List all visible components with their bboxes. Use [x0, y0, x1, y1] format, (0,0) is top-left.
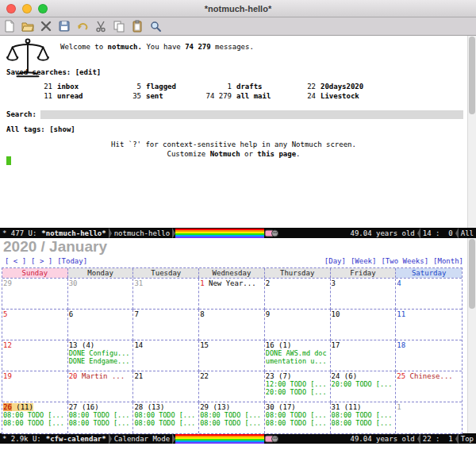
saved-search-inbox[interactable]: inbox [52, 82, 95, 91]
calendar-entry[interactable]: DONE AWS.md doc [266, 350, 329, 358]
calendar-entry[interactable]: 08:00 TODO [... [134, 420, 198, 428]
calendar-day-12[interactable]: 12 [2, 340, 68, 371]
open-folder-icon[interactable] [21, 19, 35, 33]
scrollbar-thumb-bottom[interactable] [469, 239, 475, 309]
minimize-window-button[interactable] [22, 4, 32, 13]
prev-month-button[interactable]: [ < ] [5, 257, 26, 266]
calendar-day-4[interactable]: 4 [396, 279, 462, 310]
calendar-grid: 2930311 New Year...2345678910111213 (4)D… [2, 279, 462, 433]
saved-search-sent[interactable]: sent [141, 91, 182, 101]
modeline-buffer-name[interactable]: *notmuch-hello* [39, 229, 108, 237]
day-item-count: (11) [340, 403, 361, 411]
calendar-entry[interactable]: 20:00 TODO [... [266, 389, 329, 397]
zoom-window-button[interactable] [38, 4, 48, 13]
calendar-entry[interactable]: umentation u... [266, 358, 329, 366]
calendar-day-23[interactable]: 23 (7)12:00 TODO [...20:00 TODO [... [265, 371, 331, 402]
view-month-button[interactable]: [Month] [433, 257, 463, 266]
calendar-day-15[interactable]: 15 [199, 340, 265, 371]
cut-icon[interactable] [94, 19, 108, 33]
calendar-day-20[interactable]: 20 Martin ... [68, 371, 134, 402]
calendar-entry[interactable]: 12:00 TODO [... [266, 381, 329, 389]
day-number: 27 [69, 403, 78, 411]
scrollbar-thumb-top[interactable] [469, 37, 475, 114]
calendar-day-22[interactable]: 22 [199, 371, 265, 402]
calendar-day-28[interactable]: 28 (13)08:00 TODO [...08:00 TODO [... [133, 402, 199, 433]
calendar-day-7[interactable]: 7 [133, 310, 199, 340]
view-two-weeks-button[interactable]: [Two Weeks] [381, 257, 428, 266]
modeline-buffer-name[interactable]: *cfw-calendar* [44, 435, 109, 443]
view-week-button[interactable]: [Week] [351, 257, 377, 266]
calendar-day-1[interactable]: 1 [396, 402, 462, 433]
calendar-day-26[interactable]: 26 (11)08:00 TODO [...08:00 TODO [... [2, 402, 68, 433]
calendar-day-3[interactable]: 3 [331, 279, 397, 310]
customize-page-link[interactable]: this page [257, 150, 296, 158]
save-icon[interactable] [57, 19, 71, 33]
calendar-entry[interactable]: 08:00 TODO [... [266, 412, 329, 420]
welcome-mid: You have [142, 43, 185, 51]
calendar-day-17[interactable]: 17 [331, 340, 397, 371]
calendar-toolbar: [ < ] [ > ] [Today] [Day] [Week] [Two We… [5, 257, 463, 266]
calendar-day-29[interactable]: 29 [2, 279, 68, 310]
calendar-entry[interactable]: 08:00 TODO [... [266, 420, 329, 428]
calendar-entry[interactable]: 08:00 TODO [... [332, 420, 395, 428]
saved-search-Livestock[interactable]: Livestock [316, 91, 460, 101]
next-month-button[interactable]: [ > ] [31, 257, 52, 266]
calendar-day-21[interactable]: 21 [133, 371, 199, 402]
calendar-day-13[interactable]: 13 (4)DONE Configu...DONE Endgame... [68, 340, 134, 371]
calendar-entry[interactable]: DONE Endgame... [69, 358, 132, 366]
new-file-icon[interactable] [2, 19, 17, 33]
show-button[interactable]: [show] [49, 125, 75, 133]
calendar-day-18[interactable]: 18 [396, 340, 462, 371]
calendar-day-11[interactable]: 11 [396, 310, 462, 340]
customize-notmuch-link[interactable]: Notmuch [210, 150, 240, 158]
calendar-entry[interactable]: 08:00 TODO [... [69, 420, 132, 428]
close-window-button[interactable] [6, 4, 16, 13]
view-day-button[interactable]: [Day] [324, 257, 346, 266]
calendar-entry[interactable]: 08:00 TODO [... [3, 412, 67, 420]
paste-icon[interactable] [130, 19, 144, 33]
modeline-major-mode[interactable]: notmuch-hello [112, 229, 172, 237]
calendar-day-8[interactable]: 8 [199, 310, 265, 340]
calendar-day-31[interactable]: 31 (11)08:00 TODO [...08:00 TODO [... [331, 402, 397, 433]
search-input[interactable] [40, 110, 463, 119]
calendar-day-31[interactable]: 31 [133, 279, 199, 310]
calendar-day-6[interactable]: 6 [68, 310, 134, 340]
saved-search-drafts[interactable]: drafts [232, 82, 270, 91]
calendar-day-2[interactable]: 2 [265, 279, 331, 310]
saved-search-flagged[interactable]: flagged [141, 82, 182, 91]
calendar-entry[interactable]: 08:00 TODO [... [3, 420, 67, 428]
edit-button[interactable]: [edit] [75, 68, 102, 76]
customize-text: Customize [167, 150, 209, 158]
calendar-day-16[interactable]: 16 (1)DONE AWS.md documentation u... [265, 340, 331, 371]
calendar-day-5[interactable]: 5 [2, 310, 68, 340]
calendar-entry[interactable]: DONE Configu... [69, 350, 132, 358]
calendar-day-24[interactable]: 24 (6)20:00 TODO [... [331, 371, 397, 402]
calendar-day-1[interactable]: 1 New Year... [199, 279, 265, 310]
echo-area[interactable] [0, 444, 476, 450]
calendar-day-27[interactable]: 27 (16)08:00 TODO [...08:00 TODO [... [68, 402, 134, 433]
calendar-entry[interactable]: 20:00 TODO [... [332, 381, 395, 389]
saved-search-20days2020[interactable]: 20days2020 [316, 82, 460, 91]
undo-icon[interactable] [75, 19, 90, 33]
notmuch-hello-buffer: Welcome to notmuch. You have 74 279 mess… [0, 36, 476, 228]
today-button[interactable]: [Today] [57, 257, 87, 266]
calendar-entry[interactable]: 08:00 TODO [... [200, 420, 263, 428]
saved-search-unread[interactable]: unread [52, 91, 95, 101]
calendar-day-30[interactable]: 30 [68, 279, 134, 310]
calendar-day-14[interactable]: 14 [133, 340, 199, 371]
calendar-day-30[interactable]: 30 (17)08:00 TODO [...08:00 TODO [... [265, 402, 331, 433]
calendar-day-29[interactable]: 29 (13)08:00 TODO [...08:00 TODO [... [199, 402, 265, 433]
calendar-entry[interactable]: 08:00 TODO [... [332, 412, 395, 420]
calendar-day-19[interactable]: 19 [2, 371, 68, 402]
search-icon[interactable] [148, 19, 163, 33]
calendar-day-10[interactable]: 10 [331, 310, 397, 340]
calendar-entry[interactable]: 08:00 TODO [... [200, 412, 263, 420]
calendar-entry[interactable]: 08:00 TODO [... [134, 412, 198, 420]
calendar-day-25[interactable]: 25 Chinese... [396, 371, 462, 402]
calendar-day-9[interactable]: 9 [265, 310, 331, 340]
copy-icon[interactable] [112, 19, 126, 33]
saved-search-all-mail[interactable]: all mail [232, 91, 270, 101]
close-buffer-icon[interactable] [39, 19, 53, 33]
calendar-entry[interactable]: 08:00 TODO [... [69, 412, 132, 420]
modeline-major-mode[interactable]: Calendar Mode [112, 435, 172, 443]
